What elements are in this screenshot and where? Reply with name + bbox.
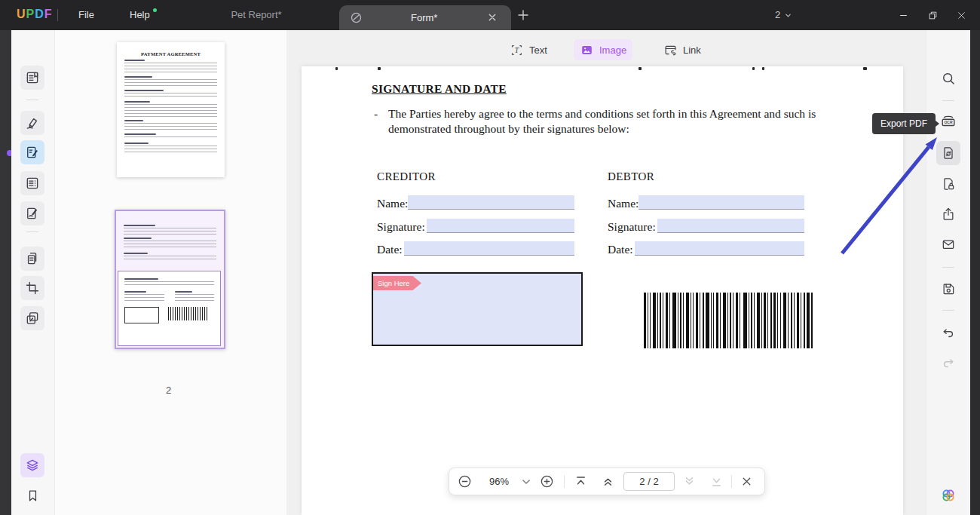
link-tool-icon — [663, 43, 678, 57]
crop-icon[interactable] — [20, 276, 44, 300]
thumbnail-page-1[interactable]: PAYMENT AGREEMENT — [117, 42, 225, 177]
zoom-out-icon[interactable] — [458, 474, 472, 489]
titlebar: UPDF File Help Pet Report* Form* 2 — [0, 0, 980, 30]
logo-letter: U — [17, 8, 26, 20]
link-tool-button[interactable]: Link — [657, 39, 707, 60]
text-tool-button[interactable]: T Text — [504, 39, 553, 60]
signature-field-box[interactable]: Sign Here — [372, 272, 583, 346]
tab-count-dropdown[interactable]: 2 — [775, 0, 792, 30]
tab-count-value: 2 — [775, 0, 780, 30]
pdf-section-heading: SIGNATURE AND DATE — [372, 82, 507, 96]
debtor-date-field[interactable] — [635, 241, 804, 256]
zoom-dropdown-caret-icon[interactable] — [522, 479, 530, 485]
thumbnail-viewport-indicator[interactable] — [118, 271, 221, 346]
edit-pdf-icon[interactable] — [20, 140, 44, 164]
tab-close-icon[interactable] — [485, 11, 499, 24]
creditor-signature-field[interactable] — [427, 219, 574, 233]
new-tab-icon[interactable] — [516, 8, 530, 22]
thumb-barcode — [168, 307, 207, 320]
previous-page-icon[interactable] — [601, 474, 615, 489]
thumb-sign-row — [124, 307, 214, 323]
titlebar-separator — [57, 9, 58, 21]
thumbnail-page-1-content: PAYMENT AGREEMENT — [124, 51, 217, 170]
close-pager-icon[interactable] — [740, 475, 753, 488]
page-navigation-bar: 96% 2 / 2 — [449, 467, 765, 495]
thumbnail-page-2[interactable] — [115, 210, 225, 349]
reader-mode-icon[interactable] — [20, 66, 44, 90]
share-icon[interactable] — [936, 202, 960, 226]
debtor-name-field[interactable] — [639, 195, 804, 210]
right-toolbar: OCR — [926, 30, 970, 515]
minimize-button[interactable] — [890, 0, 916, 30]
layers-icon[interactable] — [20, 453, 44, 477]
creditor-date-label: Date: — [377, 243, 403, 256]
chevron-down-icon — [784, 11, 792, 20]
save-icon[interactable] — [936, 277, 960, 301]
thumb-signature-box — [124, 307, 159, 323]
image-tool-icon — [580, 43, 594, 57]
thumb-line — [124, 143, 149, 144]
thumb-line — [175, 294, 215, 303]
help-menu[interactable]: Help — [130, 0, 150, 30]
forms-icon[interactable] — [20, 171, 44, 195]
search-icon[interactable] — [936, 66, 960, 90]
logo-letter: F — [44, 8, 53, 20]
email-icon[interactable] — [936, 232, 960, 256]
thumb-line — [124, 228, 216, 235]
thumb-columns — [124, 288, 214, 303]
debtor-date-label: Date: — [608, 243, 633, 256]
logo-letter: P — [26, 8, 35, 20]
next-page-icon[interactable] — [682, 474, 697, 489]
thumbnail-page-2-content — [124, 222, 216, 268]
stamp-icon[interactable] — [20, 306, 44, 330]
creditor-date-field[interactable] — [404, 241, 574, 256]
last-page-icon[interactable] — [709, 474, 724, 489]
file-menu[interactable]: File — [78, 0, 94, 30]
redo-icon[interactable] — [936, 351, 960, 375]
pager-divider — [564, 475, 565, 488]
clipped-text-fragment — [639, 67, 642, 70]
creditor-title: CREDITOR — [377, 170, 436, 183]
toolbar-divider — [942, 310, 954, 311]
creditor-name-label: Name: — [377, 197, 408, 210]
tab-pet-report[interactable]: Pet Report* — [192, 0, 320, 30]
zoom-level-value[interactable]: 96% — [481, 468, 517, 495]
clipped-text-fragment — [863, 67, 867, 70]
tab-form[interactable]: Form* — [339, 5, 511, 30]
ocr-icon-label: OCR — [944, 120, 953, 124]
pager-divider — [731, 475, 732, 488]
restore-button[interactable] — [920, 0, 945, 30]
updf-window: UPDF File Help Pet Report* Form* 2 — [0, 0, 980, 515]
ocr-icon[interactable]: OCR — [936, 109, 960, 133]
debtor-title: DEBTOR — [608, 170, 654, 183]
thumb-line — [124, 278, 158, 280]
undo-icon[interactable] — [936, 320, 960, 345]
thumb-line — [124, 79, 217, 87]
sign-here-flag: Sign Here — [373, 276, 421, 290]
thumb-col — [124, 288, 164, 303]
creditor-name-field[interactable] — [408, 195, 574, 210]
thumb-line — [124, 253, 148, 254]
first-page-icon[interactable] — [574, 474, 588, 489]
sign-icon[interactable] — [20, 201, 44, 225]
thumb-line — [124, 104, 217, 117]
bookmark-icon[interactable] — [20, 483, 44, 507]
pdf-page[interactable]: SIGNATURE AND DATE - The Parties hereby … — [302, 66, 903, 515]
export-pdf-icon[interactable] — [936, 141, 960, 165]
annotate-icon[interactable] — [20, 111, 44, 135]
protect-pdf-icon[interactable] — [936, 172, 960, 196]
image-tool-label: Image — [599, 44, 626, 56]
organize-pages-icon[interactable] — [20, 247, 44, 271]
left-toolbar — [11, 30, 55, 515]
thumb-line — [124, 281, 214, 286]
debtor-signature-field[interactable] — [657, 219, 804, 233]
thumb-col — [175, 288, 215, 303]
thumbnail-doc-title: PAYMENT AGREEMENT — [124, 51, 217, 57]
svg-text:T: T — [515, 46, 519, 54]
ai-assistant-icon[interactable] — [936, 483, 960, 507]
close-window-button[interactable] — [948, 0, 974, 30]
image-tool-button[interactable]: Image — [574, 39, 632, 60]
thumb-line — [124, 76, 152, 78]
page-indicator-input[interactable]: 2 / 2 — [623, 472, 675, 491]
zoom-in-icon[interactable] — [540, 474, 554, 489]
